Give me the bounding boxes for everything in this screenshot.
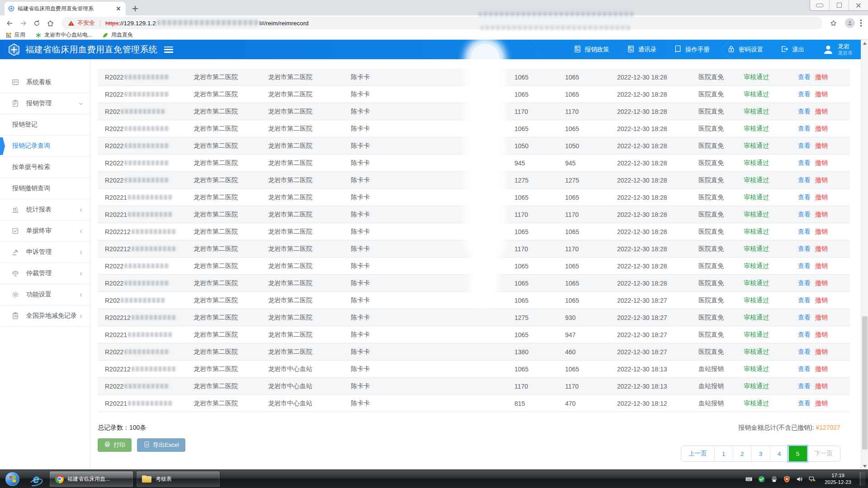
revoke-link[interactable]: 撤销 [815, 296, 828, 305]
view-link[interactable]: 查看 [798, 314, 811, 322]
view-link[interactable]: 查看 [798, 262, 811, 270]
scroll-up-arrow[interactable] [861, 40, 868, 47]
revoke-link[interactable]: 撤销 [815, 90, 828, 99]
view-link[interactable]: 查看 [798, 73, 811, 81]
sidebar-subitem[interactable]: 按单据号检索 [0, 157, 90, 178]
network-tray-icon[interactable] [808, 475, 816, 483]
header-nav-item[interactable]: 密码设置 [727, 45, 763, 55]
revoke-link[interactable]: 撤销 [815, 228, 828, 236]
start-button[interactable] [0, 472, 24, 486]
revoke-link[interactable]: 撤销 [815, 331, 828, 339]
browser-tab[interactable]: 福建省临床用血费用直免管理系 [5, 2, 126, 15]
view-link[interactable]: 查看 [798, 296, 811, 305]
view-link[interactable]: 查看 [798, 90, 811, 99]
revoke-link[interactable]: 撤销 [815, 365, 828, 373]
sidebar-item[interactable]: 报销管理 [0, 93, 90, 114]
export-excel-button[interactable]: 导出Excel [137, 438, 185, 452]
pagination-page-5[interactable]: 5 [788, 446, 807, 461]
view-link[interactable]: 查看 [798, 176, 811, 184]
chrome-taskbar-button[interactable]: 福建省临床用血... [49, 471, 133, 487]
forward-button[interactable] [17, 17, 29, 29]
header-nav-item[interactable]: 操作手册 [674, 45, 710, 55]
header-user[interactable]: 龙岩 龙岩市 [822, 43, 853, 56]
volume-tray-icon[interactable] [796, 475, 803, 483]
bookmark-star-icon[interactable] [828, 17, 840, 29]
restore-button[interactable] [829, 0, 849, 10]
sidebar-item[interactable]: 单据终审 [0, 221, 90, 242]
show-desktop-button[interactable] [860, 472, 865, 486]
bookmark-item[interactable]: 龙岩市中心血站电... [35, 31, 92, 39]
revoke-link[interactable]: 撤销 [815, 399, 828, 408]
view-link[interactable]: 查看 [798, 159, 811, 167]
view-link[interactable]: 查看 [798, 108, 811, 116]
browser-menu-icon[interactable] [860, 19, 862, 26]
bookmark-item[interactable]: 用血直免 [102, 31, 133, 39]
view-link[interactable]: 查看 [798, 382, 811, 390]
sidebar-item[interactable]: 统计报表 [0, 199, 90, 221]
browser-profile-avatar[interactable] [845, 18, 855, 28]
close-button[interactable] [849, 0, 868, 10]
revoke-link[interactable]: 撤销 [815, 73, 828, 81]
sidebar-subitem[interactable]: 报销撤销查询 [0, 178, 90, 199]
revoke-link[interactable]: 撤销 [815, 382, 828, 390]
revoke-link[interactable]: 撤销 [815, 348, 828, 356]
bookmark-item[interactable]: 应用 [5, 31, 25, 39]
revoke-link[interactable]: 撤销 [815, 193, 828, 202]
taskbar-clock[interactable]: 17:19 2025-12-23 [825, 472, 851, 486]
sidebar-item[interactable]: 仲裁管理 [0, 263, 90, 284]
revoke-link[interactable]: 撤销 [815, 262, 828, 270]
view-link[interactable]: 查看 [798, 142, 811, 150]
revoke-link[interactable]: 撤销 [815, 279, 828, 287]
revoke-link[interactable]: 撤销 [815, 108, 828, 116]
ie-taskbar-button[interactable]: e [24, 473, 48, 486]
header-nav-item[interactable]: 报销政策 [573, 45, 609, 55]
revoke-link[interactable]: 撤销 [815, 211, 828, 219]
print-button[interactable]: 打印 [98, 438, 132, 452]
revoke-link[interactable]: 撤销 [815, 245, 828, 253]
view-link[interactable]: 查看 [798, 279, 811, 287]
back-button[interactable] [4, 17, 15, 29]
view-link[interactable]: 查看 [798, 125, 811, 133]
revoke-link[interactable]: 撤销 [815, 125, 828, 133]
pagination-page-2[interactable]: 2 [733, 446, 751, 461]
sidebar-item[interactable]: 全国异地减免记录 [0, 305, 90, 327]
minimize-button[interactable] [810, 0, 829, 10]
printer-tray-icon[interactable] [770, 475, 778, 483]
antivirus-tray-icon[interactable] [758, 475, 765, 483]
page-scrollbar[interactable] [861, 40, 868, 470]
revoke-link[interactable]: 撤销 [815, 176, 828, 184]
scroll-down-arrow[interactable] [861, 463, 868, 470]
address-bar[interactable]: 不安全 https://129.129.1.2l#/reim/reimrecor… [61, 17, 822, 29]
sidebar-item[interactable]: 系统看板 [0, 72, 90, 93]
pagination-next[interactable]: 下一页 [807, 446, 840, 461]
header-nav-item[interactable]: 通讯录 [627, 45, 657, 55]
sidebar-subitem[interactable]: 报销记录查询 [0, 136, 90, 157]
sidebar-item[interactable]: 申诉管理 [0, 242, 90, 263]
pagination-page-3[interactable]: 3 [751, 446, 770, 461]
view-link[interactable]: 查看 [798, 211, 811, 219]
keyboard-tray-icon[interactable] [745, 475, 753, 483]
revoke-link[interactable]: 撤销 [815, 142, 828, 150]
pagination-prev[interactable]: 上一页 [681, 446, 714, 461]
pagination-page-4[interactable]: 4 [770, 446, 788, 461]
header-nav-item[interactable]: 退出 [780, 45, 804, 55]
tab-close-icon[interactable] [115, 5, 122, 12]
view-link[interactable]: 查看 [798, 365, 811, 373]
view-link[interactable]: 查看 [798, 399, 811, 408]
new-tab-button[interactable] [129, 3, 141, 14]
security-shield-tray-icon[interactable] [783, 475, 791, 483]
folder-taskbar-button[interactable]: 考核表 [136, 471, 220, 487]
sidebar-item[interactable]: 功能设置 [0, 284, 90, 305]
view-link[interactable]: 查看 [798, 331, 811, 339]
pagination-page-1[interactable]: 1 [714, 446, 733, 461]
sidebar-subitem[interactable]: 报销登记 [0, 114, 90, 136]
reload-button[interactable] [31, 17, 42, 29]
revoke-link[interactable]: 撤销 [815, 314, 828, 322]
menu-toggle-icon[interactable] [164, 47, 173, 53]
view-link[interactable]: 查看 [798, 193, 811, 202]
scrollbar-thumb[interactable] [862, 316, 868, 450]
revoke-link[interactable]: 撤销 [815, 159, 828, 167]
view-link[interactable]: 查看 [798, 228, 811, 236]
view-link[interactable]: 查看 [798, 245, 811, 253]
view-link[interactable]: 查看 [798, 348, 811, 356]
